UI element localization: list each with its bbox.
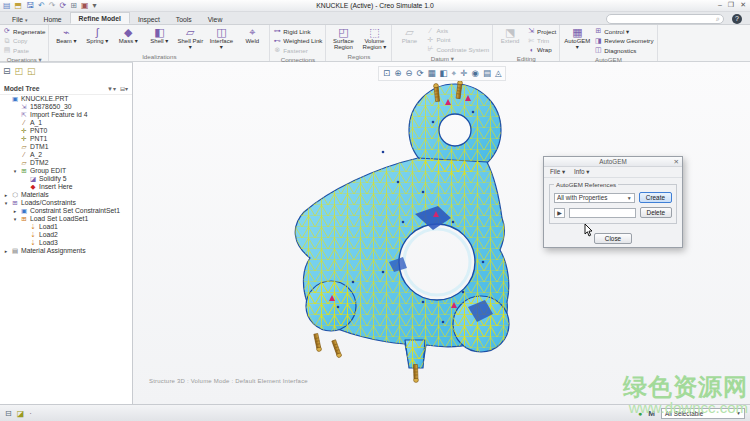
tab-view[interactable]: View xyxy=(200,14,231,24)
create-button[interactable]: Create xyxy=(639,192,672,203)
references-dropdown[interactable]: All with Properties ▼ xyxy=(554,193,635,203)
ribbon-group-connections: ⊶Rigid Link⊷Weighted Link⊗FastenerConnec… xyxy=(270,25,326,61)
ribbon-button-autogem[interactable]: ▦AutoGEM ▾ xyxy=(563,26,591,51)
ribbon-button-trim[interactable]: ✄Trim xyxy=(527,37,556,45)
ribbon-button-weighted-link[interactable]: ⊷Weighted Link xyxy=(273,37,322,45)
selector-arrow-icon[interactable]: ▶ xyxy=(554,208,565,218)
ribbon-button-shell[interactable]: ◧Shell ▾ xyxy=(145,26,173,44)
tree-item-insert-here[interactable]: ◆Insert Here xyxy=(0,183,132,191)
more-icon[interactable]: · xyxy=(29,409,32,418)
ribbon-button-control[interactable]: ⊞Control ▾ xyxy=(594,27,653,35)
folder-browser-icon[interactable]: ◰ xyxy=(15,66,24,76)
zoom-in-icon[interactable]: ⊕ xyxy=(394,68,401,79)
tree-item-load3[interactable]: ⇣Load3 xyxy=(0,239,132,247)
ribbon-button-extend[interactable]: ⬔Extend xyxy=(496,26,524,44)
shaded-display-icon[interactable]: ▦ xyxy=(428,68,436,79)
favorites-icon[interactable]: ◱ xyxy=(27,66,36,76)
ribbon-button-surface-region[interactable]: ◰Surface Region xyxy=(329,26,357,51)
dialog-menu-file[interactable]: File ▾ xyxy=(550,168,565,175)
tree-item-constraint-set-constraintset1[interactable]: ▸▣Constraint Set ConstraintSet1 xyxy=(0,207,132,215)
minimize-button[interactable]: – xyxy=(718,1,722,9)
spin-center-icon[interactable]: ◉ xyxy=(471,68,478,79)
tree-item-loads-constraints[interactable]: ▾⊞Loads/Constraints xyxy=(0,199,132,207)
tree-item-materials[interactable]: ▸⬡Materials xyxy=(0,191,132,199)
tree-item-dtm1[interactable]: ▱DTM1 xyxy=(0,143,132,151)
tree-item-material-assignments[interactable]: ▸▤Material Assignments xyxy=(0,247,132,255)
annotation-display-icon[interactable]: ✛ xyxy=(460,68,467,79)
command-search-input[interactable]: ⌕ xyxy=(606,14,724,24)
window-controls: –❐✕ xyxy=(718,1,746,9)
reference-collector-field[interactable] xyxy=(569,208,636,218)
tree-item-pnt0[interactable]: ✛PNT0 xyxy=(0,127,132,135)
ribbon-button-axis[interactable]: ⁄Axis xyxy=(426,27,489,34)
autogem-references-group: AutoGEM References All with Properties ▼… xyxy=(549,184,677,224)
navigator-toolbar: ⊟◰◱ xyxy=(3,66,36,76)
datum-plane-icon: ▱ xyxy=(20,143,28,151)
ready-indicator-icon: ● xyxy=(638,410,642,417)
tree-item-solidify-5[interactable]: ◪Solidify 5 xyxy=(0,175,132,183)
tree-item-knuckle-prt[interactable]: ▣KNUCKLE.PRT xyxy=(0,95,132,103)
ribbon-button-review-geometry[interactable]: ◨Review Geometry xyxy=(594,37,653,45)
repaint-icon[interactable]: ⟳ xyxy=(416,68,423,79)
select-list-icon[interactable]: ⊟ xyxy=(5,409,12,418)
dialog-close-icon[interactable]: ✕ xyxy=(674,157,679,167)
tree-item-pnt1[interactable]: ✛PNT1 xyxy=(0,135,132,143)
ribbon-button-paste[interactable]: ▤Paste xyxy=(3,46,45,54)
axis-icon: ⁄ xyxy=(426,27,434,34)
zoom-out-icon[interactable]: ⊖ xyxy=(405,68,412,79)
ribbon-button-mass[interactable]: ◆Mass ▾ xyxy=(114,26,142,44)
spring-icon: ʃ xyxy=(96,26,98,38)
mouse-cursor xyxy=(584,224,593,237)
ribbon-button-weld[interactable]: ⌖Weld xyxy=(238,26,266,44)
close-button[interactable]: Close xyxy=(594,233,632,244)
shell-pair-icon: ▱ xyxy=(186,26,194,38)
view-manager-icon[interactable]: ▤ xyxy=(483,68,491,79)
ribbon-button-spring[interactable]: ʃSpring ▾ xyxy=(83,26,111,44)
datum-display-icon[interactable]: ⌖ xyxy=(452,68,457,79)
tree-item-15878650-30[interactable]: ⇲15878650_30 xyxy=(0,103,132,111)
tab-file[interactable]: File▾ xyxy=(4,14,35,24)
display-style-icon[interactable]: ◧ xyxy=(440,68,448,79)
close-button[interactable]: ✕ xyxy=(740,1,746,9)
tree-filter-icon[interactable]: ▼▾ xyxy=(107,85,116,92)
tree-columns-icon[interactable]: ⊟▾ xyxy=(120,85,128,92)
tree-item-load1[interactable]: ⇣Load1 xyxy=(0,223,132,231)
ribbon-button-plane[interactable]: ▱Plane xyxy=(395,26,423,44)
tab-refine-model[interactable]: Refine Model xyxy=(70,12,130,24)
tree-item-group-edit[interactable]: ▾⊞Group EDIT xyxy=(0,167,132,175)
ribbon-button-coordinate-system[interactable]: ⊬Coordinate System xyxy=(426,45,489,53)
tab-inspect[interactable]: Inspect xyxy=(130,14,168,24)
ribbon-button-rigid-link[interactable]: ⊶Rigid Link xyxy=(273,27,322,35)
tree-item-load-set-loadset1[interactable]: ▾⊞Load Set LoadSet1 xyxy=(0,215,132,223)
ribbon-button-shell-pair[interactable]: ▱Shell Pair ▾ xyxy=(176,26,204,51)
delete-button[interactable]: Delete xyxy=(640,207,672,218)
restore-button[interactable]: ❐ xyxy=(728,1,734,9)
show-tree-icon[interactable]: ⊟ xyxy=(3,66,11,76)
ribbon-button-project[interactable]: ⇲Project xyxy=(527,27,556,35)
group-label: AutoGEM References xyxy=(554,181,618,188)
help-button[interactable]: ? xyxy=(732,14,742,24)
tree-item-import-feature-id-4[interactable]: ⇱Import Feature id 4 xyxy=(0,111,132,119)
tree-item-load2[interactable]: ⇣Load2 xyxy=(0,231,132,239)
tab-tools[interactable]: Tools xyxy=(168,14,200,24)
dialog-menu-info[interactable]: Info ▾ xyxy=(574,168,589,175)
ribbon-button-wrap[interactable]: ◖Wrap xyxy=(527,46,556,53)
ribbon-button-diagnostics[interactable]: ◫Diagnostics xyxy=(594,46,653,54)
ribbon-button-volume-region[interactable]: ⬚Volume Region ▾ xyxy=(360,26,388,51)
dialog-menu-bar: File ▾Info ▾ xyxy=(544,167,682,178)
ribbon-button-beam[interactable]: ⌁Beam ▾ xyxy=(52,26,80,44)
refit-icon[interactable]: ⊡ xyxy=(383,68,390,79)
ribbon-button-regenerate[interactable]: ⟳Regenerate xyxy=(3,27,45,35)
ribbon-button-point[interactable]: ✛Point xyxy=(426,36,489,44)
title-bar: ▤⬒🖫↶↷⟳⊞▣▾ KNUCKLE (Active) - Creo Simula… xyxy=(0,0,750,12)
tree-item-dtm2[interactable]: ▱DTM2 xyxy=(0,159,132,167)
smart-paint-icon[interactable]: ◪ xyxy=(17,409,25,418)
tree-item-a-1[interactable]: ⁄A_1 xyxy=(0,119,132,127)
ribbon-button-fastener[interactable]: ⊗Fastener xyxy=(273,46,322,54)
tree-item-a-2[interactable]: ⁄A_2 xyxy=(0,151,132,159)
ribbon-button-copy[interactable]: ⧉Copy xyxy=(3,37,45,45)
ribbon-button-interface[interactable]: ◫Interface ▾ xyxy=(207,26,235,51)
tab-home[interactable]: Home xyxy=(35,14,69,24)
selection-filter-dropdown[interactable]: All Selectable ▼ xyxy=(661,408,745,419)
saved-orientations-icon[interactable]: ◬ xyxy=(495,68,502,79)
